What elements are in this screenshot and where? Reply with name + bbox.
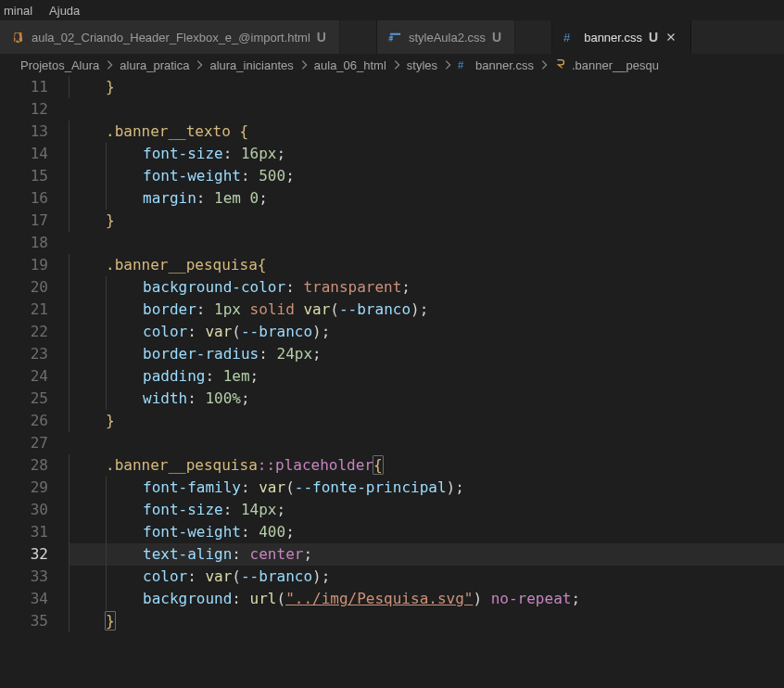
breadcrumb[interactable]: Projetos_Alura alura_pratica alura_inici… — [0, 54, 784, 76]
code-line[interactable]: padding: 1em; — [69, 365, 784, 388]
svg-text:#: # — [388, 34, 394, 44]
line-number: 11 — [0, 76, 48, 98]
tab-modified-badge: U — [317, 30, 326, 45]
code-line[interactable]: border: 1px solid var(--branco); — [69, 299, 784, 321]
tab-css-styleaula2[interactable]: # styleAula2.css U — [377, 20, 515, 54]
chevron-right-icon — [103, 58, 116, 71]
line-number: 31 — [0, 521, 48, 543]
chevron-right-icon — [441, 58, 454, 71]
code-line[interactable]: } — [69, 610, 784, 632]
code-line[interactable] — [69, 232, 784, 254]
line-number: 29 — [0, 477, 48, 499]
code-line[interactable]: .banner__pesquisa::placeholder{ — [69, 454, 784, 477]
line-number: 19 — [0, 254, 48, 276]
line-number: 28 — [0, 454, 48, 477]
line-number-gutter: 1112131415161718192021222324252627282930… — [0, 76, 69, 688]
line-number: 14 — [0, 143, 48, 165]
menu-terminal[interactable]: minal — [4, 4, 32, 18]
code-editor[interactable]: 1112131415161718192021222324252627282930… — [0, 76, 784, 688]
line-number: 35 — [0, 610, 48, 632]
code-line[interactable]: .banner__texto { — [69, 121, 784, 143]
code-line[interactable]: border-radius: 24px; — [69, 343, 784, 365]
code-line[interactable]: background: url("../img/Pesquisa.svg") n… — [69, 588, 784, 610]
code-line[interactable] — [69, 432, 784, 454]
line-number: 12 — [0, 98, 48, 121]
code-line[interactable]: color: var(--branco); — [69, 321, 784, 343]
css-file-icon: # — [388, 31, 402, 45]
line-number: 27 — [0, 432, 48, 454]
code-line[interactable]: font-weight: 500; — [69, 165, 784, 187]
code-line[interactable]: .banner__pesquisa{ — [69, 254, 784, 276]
line-number: 18 — [0, 232, 48, 254]
line-number: 16 — [0, 187, 48, 210]
code-area[interactable]: }.banner__texto {font-size: 16px;font-we… — [69, 76, 784, 688]
code-line[interactable]: font-weight: 400; — [69, 521, 784, 543]
line-number: 20 — [0, 276, 48, 299]
line-number: 33 — [0, 566, 48, 588]
line-number: 13 — [0, 121, 48, 143]
crumb[interactable]: Projetos_Alura — [20, 58, 99, 72]
code-line[interactable]: font-family: var(--fonte-principal); — [69, 477, 784, 499]
crumb[interactable]: alura_pratica — [120, 58, 189, 72]
tab-css-banner-active[interactable]: # banner.css U — [552, 20, 691, 54]
line-number: 15 — [0, 165, 48, 187]
tab-modified-badge: U — [649, 30, 658, 45]
tab-label: aula_02_Criando_Header_Flexbox_e_@import… — [32, 31, 310, 45]
css-file-icon: # — [458, 58, 471, 71]
crumb-file-name: banner.css — [475, 58, 534, 72]
code-line[interactable]: } — [69, 410, 784, 432]
html-file-icon — [11, 31, 25, 45]
line-number: 30 — [0, 499, 48, 521]
line-number: 26 — [0, 410, 48, 432]
line-number: 23 — [0, 343, 48, 365]
crumb[interactable]: alura_iniciantes — [209, 58, 293, 72]
close-icon[interactable] — [664, 31, 677, 44]
tab-html-aula02[interactable]: aula_02_Criando_Header_Flexbox_e_@import… — [0, 20, 340, 54]
menubar: minal Ajuda — [0, 0, 784, 20]
code-line[interactable]: font-size: 16px; — [69, 143, 784, 165]
code-line[interactable] — [69, 98, 784, 121]
crumb-symbol-name: .banner__pesqu — [572, 58, 659, 72]
crumb-file[interactable]: # banner.css — [458, 58, 534, 72]
chevron-right-icon — [390, 58, 403, 71]
tab-modified-badge: U — [492, 30, 501, 45]
css-rule-icon — [554, 57, 567, 73]
line-number: 32 — [0, 543, 48, 566]
code-line[interactable]: } — [69, 210, 784, 232]
chevron-right-icon — [537, 58, 550, 71]
chevron-right-icon — [193, 58, 206, 71]
line-number: 25 — [0, 388, 48, 410]
line-number: 17 — [0, 210, 48, 232]
crumb-symbol[interactable]: .banner__pesqu — [554, 57, 659, 73]
code-line[interactable]: color: var(--branco); — [69, 566, 784, 588]
svg-text:#: # — [458, 59, 464, 70]
svg-text:#: # — [563, 31, 571, 45]
code-line[interactable]: width: 100%; — [69, 388, 784, 410]
code-line[interactable]: font-size: 14px; — [69, 499, 784, 521]
chevron-right-icon — [297, 58, 310, 71]
css-file-icon: # — [563, 31, 577, 45]
line-number: 22 — [0, 321, 48, 343]
code-line[interactable]: } — [69, 76, 784, 98]
crumb[interactable]: aula_06_html — [314, 58, 386, 72]
code-line[interactable]: text-align: center; — [69, 543, 784, 566]
tab-bar: aula_02_Criando_Header_Flexbox_e_@import… — [0, 20, 784, 54]
tab-label: styleAula2.css — [409, 31, 486, 45]
code-line[interactable]: background-color: transparent; — [69, 276, 784, 299]
line-number: 24 — [0, 365, 48, 388]
tab-label: banner.css — [584, 31, 642, 45]
line-number: 21 — [0, 299, 48, 321]
menu-help[interactable]: Ajuda — [49, 4, 80, 18]
code-line[interactable]: margin: 1em 0; — [69, 187, 784, 210]
crumb[interactable]: styles — [407, 58, 437, 72]
line-number: 34 — [0, 588, 48, 610]
